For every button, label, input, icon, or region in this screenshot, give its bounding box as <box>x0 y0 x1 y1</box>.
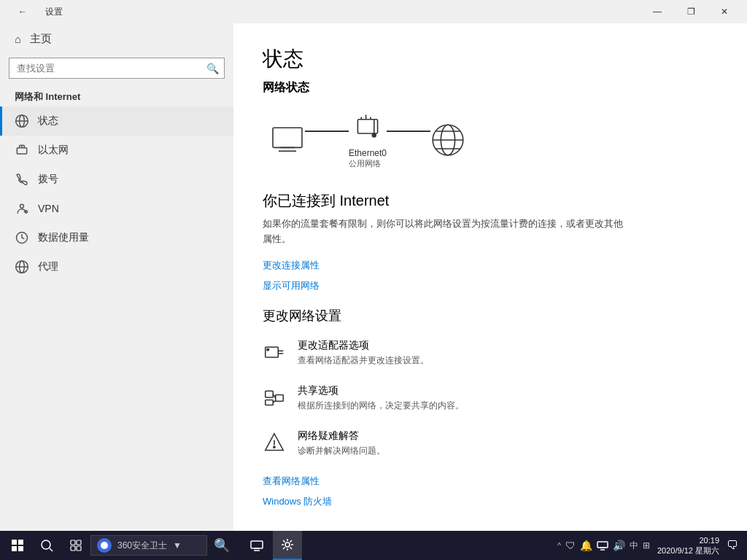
close-button[interactable]: ✕ <box>708 0 741 23</box>
titlebar-left: ← 设置 <box>6 0 640 23</box>
taskbar-settings-icon[interactable] <box>273 531 302 560</box>
svg-point-45 <box>42 540 50 549</box>
task-view-button[interactable] <box>61 531 90 560</box>
tray-network[interactable] <box>597 539 608 553</box>
svg-rect-43 <box>12 546 17 551</box>
search-button[interactable] <box>32 531 61 560</box>
svg-rect-44 <box>18 546 23 551</box>
sidebar-item-label: 数据使用量 <box>38 231 89 244</box>
network-status-title: 网络状态 <box>263 80 718 96</box>
taskbar-middle <box>236 531 551 560</box>
sidebar-item-ethernet[interactable]: 以太网 <box>0 136 233 165</box>
svg-rect-35 <box>276 394 284 401</box>
vpn-icon <box>15 201 29 216</box>
360-label: 360安全卫士 <box>117 540 167 552</box>
svg-rect-50 <box>77 546 81 551</box>
svg-point-23 <box>372 133 376 137</box>
sidebar-item-label: 代理 <box>38 260 58 273</box>
tray-bell[interactable]: 🔔 <box>580 540 592 551</box>
tray-expand[interactable]: ^ <box>557 542 561 550</box>
back-button[interactable]: ← <box>6 0 39 23</box>
tray-action-center-icon[interactable]: ⊞ <box>643 540 650 551</box>
sidebar-home-button[interactable]: ⌂ 主页 <box>0 23 233 55</box>
taskbar: 360安全卫士 ▼ 🔍 ^ 🛡 🔔 <box>0 531 747 560</box>
network-properties-link[interactable]: 查看网络属性 <box>263 475 718 488</box>
dialup-icon <box>15 172 29 187</box>
svg-point-40 <box>274 446 275 448</box>
tray-icons: ^ 🛡 🔔 🔊 中 ⊞ <box>557 539 650 553</box>
svg-point-51 <box>101 542 108 549</box>
sidebar-item-vpn[interactable]: VPN <box>0 194 233 223</box>
taskbar-tray: ^ 🛡 🔔 🔊 中 ⊞ 20:19 2020/9/12 星期六 🗨 <box>551 535 744 556</box>
change-settings-title: 更改网络设置 <box>263 307 718 324</box>
sidebar-item-proxy[interactable]: 代理 <box>0 252 233 281</box>
search-icon: 🔍 <box>206 63 219 74</box>
troubleshoot-title: 网络疑难解答 <box>298 429 385 443</box>
taskbar-search-icon[interactable]: 🔍 <box>207 531 236 560</box>
tray-ime[interactable]: 中 <box>630 540 638 552</box>
svg-rect-42 <box>18 540 23 545</box>
svg-line-46 <box>50 548 53 551</box>
taskbar-network-icon[interactable] <box>242 531 271 560</box>
svg-point-32 <box>267 349 269 351</box>
sidebar: ⌂ 主页 🔍 网络和 Internet 状态 <box>0 23 233 531</box>
svg-rect-34 <box>266 400 274 405</box>
net-line-1 <box>305 131 349 132</box>
start-button[interactable] <box>3 531 32 560</box>
change-properties-link[interactable]: 更改连接属性 <box>263 259 718 272</box>
svg-rect-3 <box>17 148 26 154</box>
internet-icon-container <box>430 122 465 158</box>
svg-rect-52 <box>251 541 263 548</box>
computer-icon-container <box>270 122 305 158</box>
svg-rect-41 <box>12 540 17 545</box>
connected-title: 你已连接到 Internet <box>263 191 718 211</box>
sharing-options-item[interactable]: 共享选项 根据所连接到的网络，决定要共享的内容。 <box>263 384 718 412</box>
search-input[interactable] <box>9 58 225 79</box>
adapter-icon <box>263 341 286 364</box>
tray-security[interactable]: 🛡 <box>565 540 576 551</box>
adapter-options-item[interactable]: 更改适配器选项 查看网络适配器并更改连接设置。 <box>263 339 718 367</box>
svg-rect-49 <box>71 546 75 551</box>
360-search-bar[interactable]: 360安全卫士 ▼ <box>90 535 207 556</box>
ethernet-label: Ethernet0 公用网络 <box>349 145 387 169</box>
360-icon <box>97 538 112 553</box>
svg-rect-15 <box>273 128 302 147</box>
titlebar: ← 设置 — ❐ ✕ <box>0 0 747 23</box>
datausage-icon <box>15 230 29 245</box>
app-body: ⌂ 主页 🔍 网络和 Internet 状态 <box>0 23 747 531</box>
notification-icon[interactable]: 🗨 <box>727 539 738 552</box>
troubleshoot-item[interactable]: 网络疑难解答 诊断并解决网络问题。 <box>263 429 718 457</box>
sharing-options-desc: 根据所连接到的网络，决定要共享的内容。 <box>298 400 464 412</box>
titlebar-controls: — ❐ ✕ <box>640 0 741 23</box>
titlebar-title: 设置 <box>45 6 63 18</box>
taskbar-clock[interactable]: 20:19 2020/9/12 星期六 <box>653 535 724 556</box>
tray-volume[interactable]: 🔊 <box>613 540 625 551</box>
network-diagram: Ethernet0 公用网络 <box>270 110 718 169</box>
adapter-options-title: 更改适配器选项 <box>298 339 429 352</box>
sidebar-item-dialup[interactable]: 拨号 <box>0 165 233 194</box>
status-icon <box>15 114 29 128</box>
restore-button[interactable]: ❐ <box>674 0 708 23</box>
sidebar-item-datausage[interactable]: 数据使用量 <box>0 223 233 252</box>
svg-rect-47 <box>71 540 75 545</box>
svg-point-55 <box>285 542 290 547</box>
troubleshoot-text: 网络疑难解答 诊断并解决网络问题。 <box>298 429 385 457</box>
sharing-options-title: 共享选项 <box>298 384 464 397</box>
page-title: 状态 <box>263 45 718 73</box>
search-container: 🔍 <box>9 58 225 79</box>
minimize-button[interactable]: — <box>640 0 674 23</box>
svg-rect-48 <box>77 540 81 545</box>
show-networks-link[interactable]: 显示可用网络 <box>263 279 718 292</box>
sharing-options-text: 共享选项 根据所连接到的网络，决定要共享的内容。 <box>298 384 464 412</box>
search-arrow: ▼ <box>173 540 182 551</box>
firewall-link[interactable]: Windows 防火墙 <box>263 495 718 508</box>
sidebar-section-title: 网络和 Internet <box>0 85 233 106</box>
clock-date: 2020/9/12 星期六 <box>657 545 719 556</box>
sidebar-item-label: VPN <box>38 203 59 214</box>
adapter-options-desc: 查看网络适配器并更改连接设置。 <box>298 354 429 367</box>
sidebar-item-status[interactable]: 状态 <box>0 106 233 136</box>
svg-rect-33 <box>266 391 274 397</box>
home-icon: ⌂ <box>15 33 21 45</box>
troubleshoot-desc: 诊断并解决网络问题。 <box>298 445 385 457</box>
connected-desc: 如果你的流量套餐有限制，则你可以将此网络设置为按流量计费的连接，或者更改其他属性… <box>263 217 627 247</box>
